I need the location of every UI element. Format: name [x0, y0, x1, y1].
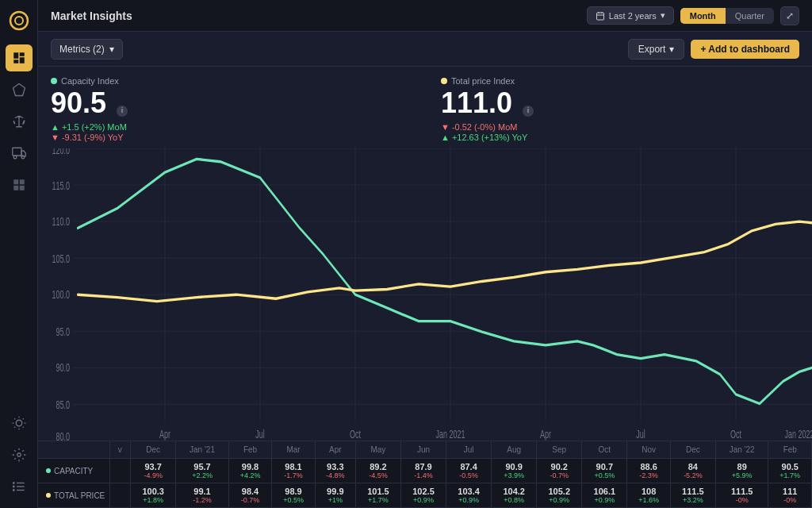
svg-rect-3 — [12, 148, 21, 156]
table-cell: 108+1.6% — [627, 483, 670, 508]
table-cell: 98.9+0.5% — [272, 483, 315, 508]
col-header-label — [38, 441, 109, 459]
kpi-card-capacity: Capacity Index 90.5 i ▲ +1.5 (+2%) MoM ▼… — [51, 76, 409, 142]
cell-empty — [109, 483, 131, 508]
metrics-bar: Metrics (2) ▾ Export ▾ + Add to dashboar… — [38, 32, 812, 67]
add-to-dashboard-button[interactable]: + Add to dashboard — [691, 40, 799, 59]
tab-quarter[interactable]: Quarter — [726, 8, 774, 24]
table-cell: 89.2-4.5% — [355, 459, 400, 483]
table-cell: 104.2+0.8% — [492, 483, 537, 508]
col-header-oct: Oct — [582, 441, 627, 459]
sidebar-item-list[interactable] — [6, 473, 33, 500]
price-info-icon[interactable]: i — [523, 106, 534, 117]
period-tabs: Month Quarter — [680, 8, 774, 24]
svg-text:Jul: Jul — [636, 427, 645, 441]
svg-rect-14 — [596, 13, 603, 20]
table-header-row: v Dec Jan '21 Feb Mar Apr May Jun Jul Au… — [38, 441, 812, 459]
table-cell: 111.5-0% — [715, 483, 768, 508]
svg-text:Oct: Oct — [350, 427, 361, 441]
chevron-down-icon: ▾ — [109, 44, 114, 55]
svg-text:Apr: Apr — [159, 427, 170, 441]
svg-point-6 — [16, 420, 22, 426]
metrics-bar-actions: Export ▾ + Add to dashboard — [628, 39, 799, 60]
chevron-down-icon: ▾ — [661, 10, 665, 21]
col-header-jan22: Jan '22 — [715, 441, 768, 459]
topbar: Market Insights Last 2 years ▾ Month Qua… — [38, 0, 812, 32]
svg-point-12 — [13, 486, 14, 487]
expand-button[interactable]: ⤢ — [780, 6, 799, 25]
svg-text:110.0: 110.0 — [52, 214, 70, 228]
col-header-v: v — [109, 441, 131, 459]
kpi-card-price: Total price Index 111.0 i ▼ -0.52 (-0%) … — [441, 76, 799, 142]
app-logo — [6, 8, 32, 33]
table-cell: 93.7-4.9% — [131, 459, 176, 483]
table-cell: 98.1-1.7% — [272, 459, 315, 483]
sidebar-item-grid[interactable] — [6, 171, 33, 198]
svg-point-5 — [21, 156, 25, 159]
sidebar-item-settings[interactable] — [6, 441, 33, 468]
table-cell: 90.7+0.5% — [582, 459, 627, 483]
table-cell: 87.9-1.4% — [400, 459, 446, 483]
kpi-value-capacity: 90.5 i — [51, 87, 409, 119]
table-cell: 102.5+0.9% — [400, 483, 446, 508]
sidebar-item-scales[interactable] — [6, 108, 33, 135]
svg-text:85.0: 85.0 — [56, 398, 70, 411]
svg-text:Oct: Oct — [730, 427, 741, 441]
sidebar-item-truck[interactable] — [6, 140, 33, 167]
svg-text:90.0: 90.0 — [56, 361, 70, 375]
table-cell: 89+5.9% — [715, 459, 768, 483]
svg-point-1 — [15, 17, 23, 25]
metrics-selector-button[interactable]: Metrics (2) ▾ — [51, 39, 123, 60]
svg-text:80.0: 80.0 — [56, 430, 70, 441]
table-cell: 98.4-0.7% — [228, 483, 271, 508]
svg-point-11 — [13, 483, 14, 484]
svg-text:100.0: 100.0 — [52, 287, 70, 301]
table-row: CAPACITY93.7-4.9%95.7+2.2%99.8+4.2%98.1-… — [38, 459, 812, 483]
table-cell: 90.5+1.7% — [768, 459, 812, 483]
table-cell: 99.8+4.2% — [228, 459, 271, 483]
table-row: TOTAL PRICE100.3+1.8%99.1-1.2%98.4-0.7%9… — [38, 483, 812, 508]
page-title: Market Insights — [51, 10, 132, 22]
table-cell: 90.2-0.7% — [537, 459, 582, 483]
col-header-sep: Sep — [537, 441, 582, 459]
content-area: Metrics (2) ▾ Export ▾ + Add to dashboar… — [38, 32, 812, 508]
table-cell: 100.3+1.8% — [131, 483, 176, 508]
table-cell: 103.4+0.9% — [446, 483, 492, 508]
kpi-section: Capacity Index 90.5 i ▲ +1.5 (+2%) MoM ▼… — [38, 67, 812, 142]
line-chart: 120.0 115.0 110.0 105.0 100.0 95.0 90.0 … — [38, 148, 812, 441]
table-cell: 106.1+0.9% — [582, 483, 627, 508]
export-label: Export — [638, 44, 666, 55]
data-table: v Dec Jan '21 Feb Mar Apr May Jun Jul Au… — [38, 441, 812, 508]
sidebar-item-diamond[interactable] — [6, 76, 33, 103]
capacity-info-icon[interactable]: i — [117, 106, 128, 117]
capacity-line — [78, 159, 812, 403]
col-header-dec2: Dec — [670, 441, 715, 459]
capacity-mom-change: ▲ +1.5 (+2%) MoM — [51, 122, 409, 132]
sidebar-item-dashboard[interactable] — [6, 44, 33, 71]
main-content: Market Insights Last 2 years ▾ Month Qua… — [38, 0, 812, 508]
svg-text:115.0: 115.0 — [52, 179, 70, 192]
sidebar — [0, 0, 38, 508]
row-label-capacity: CAPACITY — [38, 459, 109, 483]
kpi-value-price: 111.0 i — [441, 87, 799, 119]
chart-container: 120.0 115.0 110.0 105.0 100.0 95.0 90.0 … — [38, 142, 812, 441]
table-cell: 84-5.2% — [670, 459, 715, 483]
capacity-dot — [51, 78, 57, 84]
tab-month[interactable]: Month — [680, 8, 726, 24]
svg-point-4 — [13, 156, 17, 159]
col-header-aug: Aug — [492, 441, 537, 459]
date-range-button[interactable]: Last 2 years ▾ — [587, 6, 674, 25]
table-cell: 111-0% — [768, 483, 812, 508]
price-dot — [441, 78, 447, 84]
kpi-label-price: Total price Index — [441, 76, 799, 86]
kpi-changes-price: ▼ -0.52 (-0%) MoM ▲ +12.63 (+13%) YoY — [441, 122, 799, 142]
row-label-total price: TOTAL PRICE — [38, 483, 109, 508]
col-header-jul: Jul — [446, 441, 492, 459]
export-button[interactable]: Export ▾ — [628, 39, 685, 60]
cell-empty — [109, 459, 131, 483]
table-cell: 88.6-2.3% — [627, 459, 670, 483]
table-cell: 99.9+1% — [315, 483, 355, 508]
svg-point-7 — [17, 453, 21, 457]
svg-text:Jan 2021: Jan 2021 — [435, 427, 465, 441]
sidebar-item-sun[interactable] — [6, 410, 33, 437]
